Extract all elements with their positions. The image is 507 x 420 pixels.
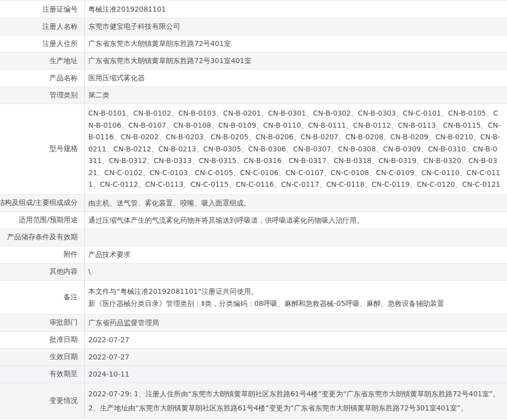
label-text: 注册证编号 — [42, 5, 78, 14]
label-text: 产品名称 — [49, 74, 78, 83]
row-production-address: 生产地址 广东省东莞市大朗镇黄草朗东胜路72号301室401室 — [0, 52, 507, 70]
row-value: 东莞市健宝电子科技有限公司 — [85, 18, 507, 35]
value-text: 广东省东莞市大朗镇黄草朗东胜路72号301室401室 — [88, 55, 251, 67]
row-product-name: 产品名称 医用压缩式雾化器 — [0, 70, 507, 87]
row-value: 2024-10-11 — [85, 366, 507, 383]
row-value: 广东省药品监督管理局 — [85, 314, 507, 331]
row-change-history: 变更情况 2022-07-29: 1、注册人住所由“东莞市大朗镇黄草朗社区东胜路… — [0, 383, 507, 419]
row-label: 产品名称 — [0, 70, 85, 86]
row-value: 第二类 — [85, 87, 507, 103]
label-text: 适用范围/预期用途 — [19, 216, 78, 225]
row-registrant-address: 注册人住所 广东省东莞市大朗镇黄草朗东胜路72号401室 — [0, 35, 507, 52]
value-text: 产品技术要求 — [88, 249, 131, 260]
label-text: 型号规格 — [49, 144, 78, 153]
value-text: 2022-07-27 — [88, 351, 129, 363]
row-registration-cert-number: 注册证编号 粤械注准20192081101 — [0, 1, 507, 18]
label-text: 管理类别 — [49, 91, 78, 100]
row-label: 结构及组成/主要组成成分 — [0, 195, 85, 212]
value-text: 广东省东莞市大朗镇黄草朗东胜路72号401室 — [88, 38, 231, 49]
row-label: 变更情况 — [0, 383, 85, 418]
row-value: 通过压缩气体产生的气流雾化药物并将其输送到呼吸道，供呼吸道雾化药物吸入治疗用。 — [85, 212, 507, 229]
label-text: 产品储存条件及有效期 — [7, 233, 78, 242]
row-storage-conditions: 产品储存条件及有效期 — [0, 229, 507, 246]
value-text: \ — [88, 266, 91, 278]
row-value: 产品技术要求 — [85, 246, 507, 263]
row-other-content: 其他内容 \ — [0, 264, 507, 281]
row-label: 注册人住所 — [0, 35, 85, 52]
row-valid-until: 有效期至 2024-10-11 — [0, 366, 507, 383]
row-value: CN-B-0101、CN-B-0102、CN-B-0103、CN-B-0201、… — [85, 104, 507, 194]
label-text: 附件 — [64, 250, 78, 259]
row-approval-department: 审批部门 广东省药品监督管理局 — [0, 314, 507, 332]
value-text: 2022-07-27 — [88, 334, 129, 346]
label-text: 生效日期 — [49, 352, 78, 361]
row-value: 本文件与“粤械注准20192081101”注册证共同使用。 新《医疗器械分类目录… — [85, 281, 507, 314]
row-label: 型号规格 — [0, 104, 85, 194]
label-text: 结构及组成/主要组成成分 — [0, 198, 78, 207]
value-text: 2024-10-11 — [88, 369, 129, 380]
row-value: 粤械注准20192081101 — [85, 1, 507, 18]
row-value: 由主机、送气管、雾化装置、咬嘴、吸入面罩组成。 — [85, 195, 507, 212]
row-effective-date: 生效日期 2022-07-27 — [0, 349, 507, 366]
label-text: 有效期至 — [49, 370, 78, 379]
value-text: 医用压缩式雾化器 — [88, 72, 145, 84]
row-approval-date: 批准日期 2022-07-27 — [0, 332, 507, 349]
row-label: 批准日期 — [0, 332, 85, 348]
label-text: 注册人住所 — [42, 39, 78, 48]
row-value: 广东省东莞市大朗镇黄草朗东胜路72号401室 — [85, 35, 507, 52]
row-label: 有效期至 — [0, 366, 85, 383]
value-text: 广东省药品监督管理局 — [88, 317, 159, 329]
change-line-1: 2022-07-29: 1、注册人住所由“东莞市大朗镇黄草朗社区东胜路61号4楼… — [88, 388, 501, 400]
row-attachment: 附件 产品技术要求 — [0, 246, 507, 264]
registration-detail-table: 注册证编号 粤械注准20192081101 注册人名称 东莞市健宝电子科技有限公… — [0, 1, 507, 419]
row-remarks: 备注 本文件与“粤械注准20192081101”注册证共同使用。 新《医疗器械分… — [0, 281, 507, 314]
row-registrant-name: 注册人名称 东莞市健宝电子科技有限公司 — [0, 18, 507, 35]
row-value: 医用压缩式雾化器 — [85, 70, 507, 86]
row-value: 2022-07-27 — [85, 332, 507, 348]
change-line-2: 2、生产地址由“东莞市大朗镇黄草朗社区东胜路61号4楼”变更为“广东省东莞市大朗… — [88, 402, 501, 414]
value-text: 通过压缩气体产生的气流雾化药物并将其输送到呼吸道，供呼吸道雾化药物吸入治疗用。 — [88, 215, 364, 226]
row-model-specifications: 型号规格 CN-B-0101、CN-B-0102、CN-B-0103、CN-B-… — [0, 104, 507, 195]
row-label: 产品储存条件及有效期 — [0, 229, 85, 246]
row-label: 适用范围/预期用途 — [0, 212, 85, 229]
row-value: 2022-07-29: 1、注册人住所由“东莞市大朗镇黄草朗社区东胜路61号4楼… — [85, 383, 507, 418]
row-label: 管理类别 — [0, 87, 85, 103]
row-label: 注册证编号 — [0, 1, 85, 18]
row-label: 生产地址 — [0, 52, 85, 69]
row-value — [85, 229, 507, 246]
row-label: 附件 — [0, 246, 85, 263]
label-text: 审批部门 — [49, 318, 78, 327]
label-text: 变更情况 — [49, 396, 78, 405]
label-text: 注册人名称 — [42, 22, 78, 31]
remarks-line-1: 本文件与“粤械注准20192081101”注册证共同使用。 — [88, 285, 501, 297]
value-text: 东莞市健宝电子科技有限公司 — [88, 21, 180, 32]
label-text: 备注 — [64, 293, 78, 302]
value-text: 粤械注准20192081101 — [88, 4, 166, 15]
row-label: 注册人名称 — [0, 18, 85, 35]
row-value: 广东省东莞市大朗镇黄草朗东胜路72号301室401室 — [85, 52, 507, 69]
remarks-line-2: 新《医疗器械分类目录》管理类别：Ⅱ类，分类编码：08呼吸、麻醉和急救器械-05呼… — [88, 297, 501, 309]
label-text: 批准日期 — [49, 335, 78, 344]
row-structure-composition: 结构及组成/主要组成成分 由主机、送气管、雾化装置、咬嘴、吸入面罩组成。 — [0, 195, 507, 212]
row-value: \ — [85, 264, 507, 280]
row-value: 2022-07-27 — [85, 349, 507, 365]
row-label: 审批部门 — [0, 314, 85, 331]
value-text: 由主机、送气管、雾化装置、咬嘴、吸入面罩组成。 — [88, 197, 251, 209]
row-management-category: 管理类别 第二类 — [0, 87, 507, 104]
row-label: 其他内容 — [0, 264, 85, 280]
value-text: 第二类 — [88, 89, 109, 101]
label-text: 生产地址 — [49, 57, 78, 66]
value-text: CN-B-0101、CN-B-0102、CN-B-0103、CN-B-0201、… — [88, 108, 501, 191]
row-label: 备注 — [0, 281, 85, 314]
label-text: 其他内容 — [49, 267, 78, 276]
row-intended-use: 适用范围/预期用途 通过压缩气体产生的气流雾化药物并将其输送到呼吸道，供呼吸道雾… — [0, 212, 507, 229]
row-label: 生效日期 — [0, 349, 85, 365]
